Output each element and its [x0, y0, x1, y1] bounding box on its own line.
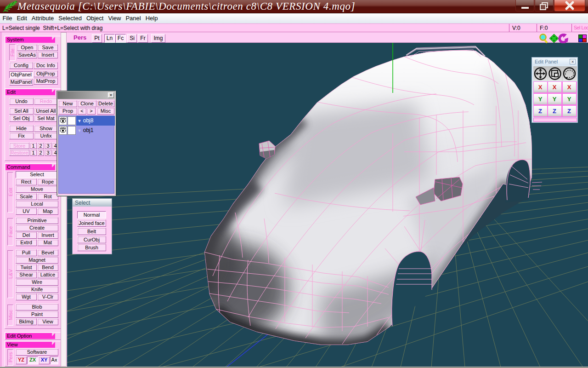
- svg-text:Z: Z: [538, 108, 542, 115]
- svg-text:Z: Z: [567, 108, 571, 115]
- svg-text:X: X: [553, 84, 557, 91]
- svg-text:X: X: [567, 84, 571, 91]
- svg-text:Y: Y: [553, 96, 557, 103]
- svg-text:X: X: [538, 84, 543, 91]
- svg-text:Z: Z: [553, 108, 556, 115]
- svg-text:Y: Y: [538, 96, 543, 103]
- svg-text:Y: Y: [567, 96, 571, 103]
